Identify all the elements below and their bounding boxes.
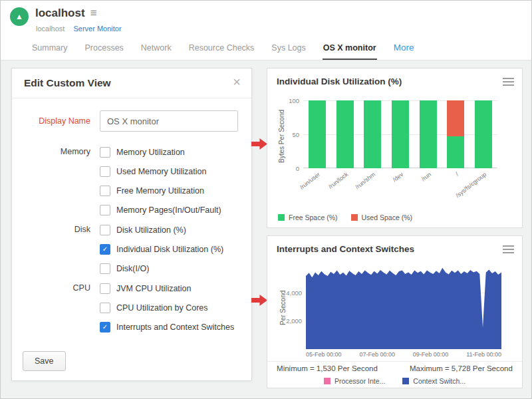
breadcrumb: localhost Server Monitor	[36, 25, 122, 33]
legend-label: Context Switch...	[413, 377, 466, 385]
header: ▲ localhost ≡ localhost Server Monitor S…	[1, 1, 531, 61]
tab-summary[interactable]: Summary	[31, 39, 68, 60]
checkbox-label: JVM CPU Utilization	[116, 284, 192, 293]
group-memory: MemoryMemory UtilizationUsed Memory Util…	[12, 142, 251, 219]
checkbox-option-memory-utilization[interactable]: Memory Utilization	[100, 142, 251, 162]
checkbox-used-memory-utilization[interactable]	[100, 166, 110, 177]
bar-segment	[447, 136, 464, 168]
checkbox-option-memory-pages-in-out-fault[interactable]: Memory Pages(In/Out/Fault)	[100, 200, 251, 219]
checkbox-individual-disk-utilization[interactable]	[100, 244, 110, 255]
checkbox-option-free-memory-utilization[interactable]: Free Memory Utilization	[100, 181, 251, 200]
x-tick-label: 11-Feb 00:00	[466, 351, 501, 358]
checkbox-cpu-utilization-by-cores[interactable]	[100, 303, 110, 313]
x-axis-tick-labels: 05-Feb 00:0007-Feb 00:0009-Feb 00:0011-F…	[306, 351, 501, 358]
breadcrumb-current-link[interactable]: Server Monitor	[73, 25, 121, 33]
checkbox-label: Used Memory Utilization	[116, 167, 206, 176]
chart-stats: Minimum = 1,530 Per Second Maximum = 5,7…	[267, 364, 522, 372]
y-tick-label: 100	[281, 97, 299, 104]
interrupts-chart-card: Interrupts and Context Switches Per Seco…	[267, 235, 523, 388]
bar-segment	[336, 100, 354, 168]
checkbox-option-interrupts-and-context-switches[interactable]: Interrupts and Context Switches	[100, 317, 251, 336]
legend-item-processor-inte: Processor Inte...	[324, 377, 385, 385]
host-title-row: localhost ≡	[35, 7, 97, 20]
x-tick-label: 07-Feb 00:00	[359, 351, 395, 358]
bar-run	[420, 100, 437, 168]
chart-menu-icon[interactable]	[503, 78, 514, 88]
display-name-input[interactable]	[100, 110, 238, 132]
close-icon[interactable]: ×	[233, 74, 241, 90]
group-disk: DiskDisk Utilization (%)Individual Disk …	[12, 220, 251, 278]
y-tick-label: 4,000	[281, 289, 302, 297]
bar-chart-plot: 050100	[303, 100, 497, 168]
bar-sys-fs-cgroup	[475, 100, 492, 168]
bar-dev	[392, 100, 409, 168]
group-cpu: CPUJVM CPU UtilizationCPU Utilization by…	[12, 279, 251, 336]
checkbox-label: Interrupts and Context Switches	[116, 323, 234, 332]
area-chart-plot: 2,0004,000	[306, 264, 501, 349]
checkbox-disk-i-o[interactable]	[100, 263, 110, 274]
checkbox-option-jvm-cpu-utilization[interactable]: JVM CPU Utilization	[100, 279, 251, 298]
legend-label: Free Space (%)	[289, 213, 338, 221]
checkbox-label: Memory Pages(In/Out/Fault)	[116, 205, 221, 215]
page-title: localhost	[35, 7, 85, 20]
metric-checkbox-groups: MemoryMemory UtilizationUsed Memory Util…	[12, 142, 251, 336]
bar-run-lock	[336, 100, 354, 168]
bar-segment	[364, 100, 381, 168]
arrow-up-icon: ▲	[15, 12, 23, 21]
checkbox-option-disk-i-o[interactable]: Disk(I/O)	[100, 259, 251, 278]
checkbox-option-disk-utilization[interactable]: Disk Utilization (%)	[100, 220, 251, 239]
checkbox-interrupts-and-context-switches[interactable]	[100, 322, 110, 332]
panel-header: Edit Custom View ×	[12, 68, 251, 98]
legend-item-context-switch: Context Switch...	[402, 377, 466, 385]
legend-swatch	[351, 214, 358, 221]
bar-segment	[447, 100, 464, 136]
x-tick-label: 09-Feb 00:00	[413, 351, 449, 358]
chart-title: Interrupts and Context Switches	[277, 244, 414, 254]
tab-os-x-monitor[interactable]: OS X monitor	[323, 39, 377, 60]
checkbox-memory-pages-in-out-fault[interactable]	[100, 205, 110, 215]
legend-swatch	[278, 214, 285, 221]
save-button[interactable]: Save	[23, 351, 66, 371]
display-name-row: Display Name	[12, 110, 251, 132]
tab-network[interactable]: Network	[140, 39, 172, 60]
bar-segment	[420, 100, 437, 168]
chart-menu-icon[interactable]	[503, 245, 514, 255]
checkbox-label: Individual Disk Utilization (%)	[116, 245, 223, 254]
edit-custom-view-panel: Edit Custom View × Display Name MemoryMe…	[11, 68, 252, 381]
tab-sys-logs[interactable]: Sys Logs	[271, 39, 306, 60]
checkbox-label: CPU Utilization by Cores	[116, 303, 208, 313]
y-tick-label: 0	[281, 165, 299, 172]
checkbox-label: Disk Utilization (%)	[116, 225, 186, 235]
bar-segment	[392, 100, 409, 168]
checkbox-jvm-cpu-utilization[interactable]	[100, 283, 110, 294]
bar-series	[303, 100, 497, 168]
panel-title: Edit Custom View	[24, 77, 111, 89]
checkbox-option-individual-disk-utilization[interactable]: Individual Disk Utilization (%)	[100, 239, 251, 259]
checkbox-option-cpu-utilization-by-cores[interactable]: CPU Utilization by Cores	[100, 298, 251, 317]
tab-resource-checks[interactable]: Resource Checks	[188, 39, 255, 60]
tab-processes[interactable]: Processes	[84, 39, 124, 60]
group-label-cpu: CPU	[12, 279, 100, 336]
tab-more[interactable]: More	[393, 39, 415, 60]
bar-root	[447, 100, 464, 168]
checkbox-memory-utilization[interactable]	[100, 147, 110, 158]
content-area: Edit Custom View × Display Name MemoryMe…	[1, 61, 531, 398]
chart-legend: Free Space (%)Used Space (%)	[278, 213, 412, 221]
legend-label: Processor Inte...	[334, 377, 385, 385]
hamburger-menu-icon[interactable]: ≡	[90, 7, 97, 20]
breadcrumb-root-link[interactable]: localhost	[36, 25, 65, 33]
legend-swatch	[402, 378, 409, 384]
disk-utilization-chart-card: Individual Disk Utilization (%) Bytes Pe…	[267, 68, 523, 228]
checkbox-label: Disk(I/O)	[116, 264, 149, 273]
x-tick-label: 05-Feb 00:00	[306, 351, 342, 358]
legend-item-used-space: Used Space (%)	[351, 213, 412, 221]
min-stat: Minimum = 1,530 Per Second	[277, 364, 378, 372]
checkbox-option-used-memory-utilization[interactable]: Used Memory Utilization	[100, 162, 251, 181]
checkbox-free-memory-utilization[interactable]	[100, 186, 110, 196]
x-axis-tick-labels: /run/user/run/lock/run/shm/dev/run//sys/…	[303, 170, 497, 205]
red-arrow-icon	[251, 138, 267, 150]
checkbox-label: Free Memory Utilization	[116, 186, 204, 196]
checkbox-disk-utilization[interactable]	[100, 225, 110, 235]
red-arrow-icon	[251, 295, 267, 306]
bar-run-user	[309, 100, 326, 168]
